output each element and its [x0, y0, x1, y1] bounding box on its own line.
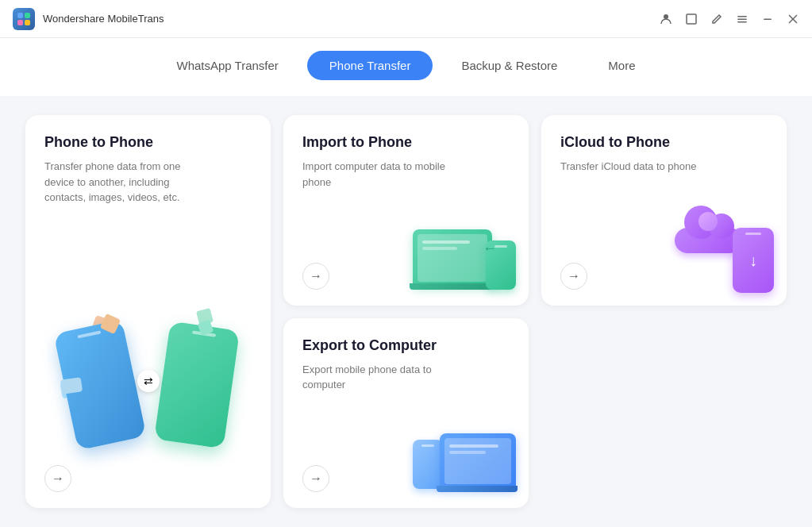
svg-rect-3 — [25, 20, 30, 25]
svg-rect-7 — [737, 18, 747, 20]
navbar: WhatsApp Transfer Phone Transfer Backup … — [0, 38, 812, 96]
app-title: Wondershare MobileTrans — [43, 13, 164, 25]
tab-phone[interactable]: Phone Transfer — [307, 51, 433, 80]
account-icon[interactable] — [660, 13, 672, 25]
svg-rect-0 — [17, 13, 23, 18]
svg-point-4 — [664, 14, 668, 19]
titlebar-controls — [660, 13, 799, 25]
tab-more[interactable]: More — [586, 51, 657, 80]
card-export-title: Export to Computer — [302, 337, 510, 354]
window-icon[interactable] — [685, 13, 698, 25]
edit-icon[interactable] — [710, 13, 723, 25]
svg-rect-2 — [17, 20, 23, 25]
card-export-desc: Export mobile phone data to computer — [302, 362, 461, 393]
tab-whatsapp[interactable]: WhatsApp Transfer — [154, 51, 300, 80]
card-import-to-phone[interactable]: Import to Phone Import computer data to … — [283, 115, 529, 306]
icloud-illustration: ↓ — [671, 206, 774, 293]
import-arrow-btn[interactable]: → — [302, 263, 329, 290]
svg-rect-9 — [764, 18, 772, 20]
card-import-title: Import to Phone — [302, 134, 510, 151]
icloud-arrow-btn[interactable]: → — [560, 263, 587, 290]
card-phone-to-phone-desc: Transfer phone data from one device to a… — [44, 159, 203, 206]
export-arrow-btn[interactable]: → — [302, 465, 329, 492]
titlebar-left: Wondershare MobileTrans — [13, 8, 164, 30]
card-phone-to-phone[interactable]: Phone to Phone Transfer phone data from … — [25, 115, 271, 508]
main-content: Phone to Phone Transfer phone data from … — [0, 96, 812, 527]
card-export-to-computer[interactable]: Export to Computer Export mobile phone d… — [283, 318, 529, 509]
tab-backup[interactable]: Backup & Restore — [439, 51, 579, 80]
card-phone-to-phone-title: Phone to Phone — [44, 134, 252, 151]
minimize-icon[interactable] — [761, 13, 774, 25]
card-icloud-desc: Transfer iCloud data to phone — [560, 159, 719, 175]
phone-to-phone-arrow-btn[interactable]: → — [44, 465, 71, 492]
close-icon[interactable] — [787, 13, 799, 25]
menu-icon[interactable] — [736, 13, 749, 25]
svg-rect-8 — [737, 21, 747, 23]
card-icloud-to-phone[interactable]: iCloud to Phone Transfer iCloud data to … — [541, 115, 787, 306]
export-illustration: → — [413, 408, 516, 495]
phone-to-phone-illustration: ⇄ — [61, 302, 236, 460]
svg-rect-1 — [25, 13, 30, 18]
svg-rect-6 — [737, 16, 747, 17]
svg-rect-5 — [687, 14, 696, 24]
card-import-desc: Import computer data to mobile phone — [302, 159, 461, 190]
app-icon — [13, 8, 35, 30]
titlebar: Wondershare MobileTrans — [0, 0, 812, 38]
card-icloud-title: iCloud to Phone — [560, 134, 768, 151]
import-illustration: ← — [413, 206, 516, 293]
